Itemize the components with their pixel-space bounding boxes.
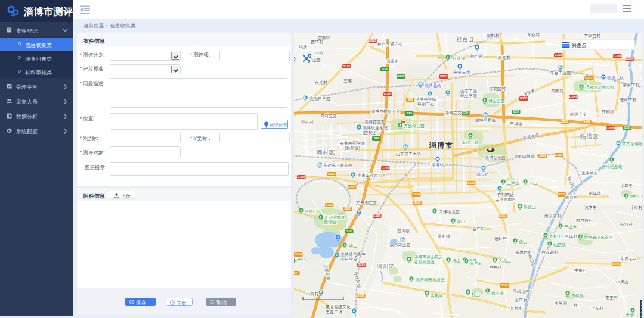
svg-text:大山: 大山 bbox=[529, 180, 537, 185]
svg-text:淄博动物园: 淄博动物园 bbox=[484, 155, 506, 160]
svg-text:马峪坑村: 马峪坑村 bbox=[513, 289, 530, 294]
svg-text:水泉洞: 水泉洞 bbox=[555, 301, 567, 305]
svg-text:G233: G233 bbox=[569, 95, 577, 99]
svg-text:S29: S29 bbox=[346, 229, 352, 233]
svg-text:黄山: 黄山 bbox=[457, 219, 465, 224]
svg-text:淄博立交: 淄博立交 bbox=[444, 111, 462, 116]
svg-text:S102: S102 bbox=[555, 153, 562, 157]
svg-text:G228: G228 bbox=[369, 39, 376, 42]
svg-text:齐鲁医药学院: 齐鲁医药学院 bbox=[340, 141, 365, 146]
svg-text:S29: S29 bbox=[382, 67, 388, 71]
svg-text:雀家庄村: 雀家庄村 bbox=[620, 98, 636, 102]
svg-text:G308: G308 bbox=[606, 126, 614, 130]
svg-text:淄博师范高等: 淄博师范高等 bbox=[340, 252, 366, 257]
svg-text:荣家庄村: 荣家庄村 bbox=[623, 83, 639, 88]
svg-text:齐盛湖公园: 齐盛湖公园 bbox=[404, 124, 425, 129]
svg-text:卧虎山: 卧虎山 bbox=[305, 209, 317, 214]
svg-text:方达电子商务园: 方达电子商务园 bbox=[323, 163, 352, 168]
svg-text:科创中心: 科创中心 bbox=[417, 102, 434, 106]
svg-text:G309: G309 bbox=[298, 175, 305, 179]
svg-text:湖田站: 湖田站 bbox=[476, 172, 489, 177]
svg-text:S2: S2 bbox=[294, 271, 297, 275]
svg-text:卧虎山: 卧虎山 bbox=[524, 205, 536, 210]
svg-text:主题广场: 主题广场 bbox=[326, 309, 342, 314]
svg-text:青州雀山风景区: 青州雀山风景区 bbox=[584, 235, 613, 240]
svg-text:土家山: 土家山 bbox=[507, 180, 519, 185]
svg-text:井峪村: 井峪村 bbox=[630, 205, 642, 210]
svg-text:香炉山: 香炉山 bbox=[549, 234, 562, 238]
svg-text:杨岭村: 杨岭村 bbox=[494, 236, 507, 241]
svg-text:小黄村: 小黄村 bbox=[306, 292, 318, 297]
svg-text:G205: G205 bbox=[373, 214, 380, 217]
svg-text:S102: S102 bbox=[499, 214, 506, 217]
svg-text:G20: G20 bbox=[513, 110, 519, 113]
svg-text:土家峪村: 土家峪村 bbox=[581, 171, 598, 176]
svg-text:革新村: 革新村 bbox=[527, 33, 540, 38]
svg-text:辛店子村: 辛店子村 bbox=[620, 257, 637, 262]
svg-text:冲山: 冲山 bbox=[296, 257, 305, 261]
svg-text:G205: G205 bbox=[384, 92, 391, 96]
svg-text:迎仙村: 迎仙村 bbox=[301, 120, 314, 125]
svg-text:临淄区: 临淄区 bbox=[580, 133, 599, 139]
svg-text:淄博站: 淄博站 bbox=[431, 163, 444, 167]
svg-text:青龙山: 青龙山 bbox=[626, 313, 638, 317]
svg-text:翟刘村: 翟刘村 bbox=[487, 33, 499, 38]
svg-text:中山头: 中山头 bbox=[564, 225, 577, 229]
svg-text:临淄北站: 临淄北站 bbox=[607, 76, 624, 80]
svg-text:文昌湖立交: 文昌湖立交 bbox=[356, 200, 377, 205]
svg-text:G238: G238 bbox=[520, 96, 527, 100]
svg-text:青风岭: 青风岭 bbox=[431, 294, 443, 298]
svg-text:齐都镇: 齐都镇 bbox=[602, 110, 614, 114]
svg-text:小黑山: 小黑山 bbox=[616, 280, 628, 284]
svg-text:G105: G105 bbox=[343, 64, 350, 68]
svg-text:坞房: 坞房 bbox=[298, 45, 307, 49]
svg-text:小营: 小营 bbox=[315, 51, 323, 56]
svg-text:运粮河湿地公园: 运粮河湿地公园 bbox=[585, 85, 614, 90]
svg-text:李家工业园: 李家工业园 bbox=[357, 173, 378, 178]
svg-text:G205: G205 bbox=[440, 74, 447, 78]
svg-text:牛角村: 牛角村 bbox=[574, 268, 587, 273]
svg-text:G20: G20 bbox=[624, 126, 630, 129]
svg-text:中埠镇: 中埠镇 bbox=[510, 121, 522, 126]
svg-text:S293: S293 bbox=[344, 207, 351, 210]
svg-text:傅山公园: 傅山公园 bbox=[488, 99, 505, 104]
svg-text:中国石油: 中国石油 bbox=[453, 70, 470, 75]
svg-text:曹峪顶: 曹峪顶 bbox=[571, 294, 584, 298]
svg-text:西井村: 西井村 bbox=[489, 265, 501, 270]
svg-text:南义营村: 南义营村 bbox=[544, 214, 561, 219]
svg-text:管仲纪念馆: 管仲纪念馆 bbox=[602, 164, 623, 169]
svg-text:S29: S29 bbox=[374, 136, 379, 140]
svg-text:焕山: 焕山 bbox=[349, 244, 357, 248]
svg-text:文昌湖旅游: 文昌湖旅游 bbox=[324, 214, 345, 220]
svg-text:临淄立交: 临淄立交 bbox=[570, 112, 587, 117]
svg-text:G238: G238 bbox=[397, 74, 404, 78]
svg-text:淄博北站: 淄博北站 bbox=[424, 83, 441, 88]
svg-text:淄博高新区: 淄博高新区 bbox=[475, 117, 496, 123]
svg-text:上庄乡: 上庄乡 bbox=[515, 298, 527, 303]
svg-text:S233: S233 bbox=[561, 120, 568, 123]
svg-text:G20: G20 bbox=[406, 111, 412, 115]
svg-text:仙西顶: 仙西顶 bbox=[553, 242, 566, 247]
svg-text:淄博西枢纽立交: 淄博西枢纽立交 bbox=[370, 109, 400, 114]
svg-text:天佳物流园: 天佳物流园 bbox=[439, 210, 460, 214]
svg-text:朱台工业园: 朱台工业园 bbox=[550, 71, 571, 76]
svg-text:工业园南区: 工业园南区 bbox=[496, 197, 516, 202]
svg-text:S102: S102 bbox=[539, 154, 546, 157]
svg-text:S102: S102 bbox=[326, 203, 333, 207]
svg-text:南亭顶: 南亭顶 bbox=[491, 291, 504, 296]
svg-text:长秋村: 长秋村 bbox=[510, 306, 523, 311]
svg-text:明祖山: 明祖山 bbox=[630, 194, 642, 198]
svg-text:红莲湖: 红莲湖 bbox=[453, 56, 465, 60]
svg-text:桓台站: 桓台站 bbox=[470, 54, 483, 59]
svg-text:山东工业: 山东工业 bbox=[460, 89, 477, 93]
svg-text:淄博科学城: 淄博科学城 bbox=[415, 97, 436, 102]
svg-text:S102: S102 bbox=[583, 120, 590, 123]
svg-text:齐文化博物馆: 齐文化博物馆 bbox=[622, 141, 642, 146]
svg-text:南西坡村: 南西坡村 bbox=[576, 218, 593, 223]
svg-text:齐翔腾达: 齐翔腾达 bbox=[497, 192, 514, 197]
svg-text:S232: S232 bbox=[357, 294, 364, 297]
svg-text:(西校区): (西校区) bbox=[363, 130, 378, 135]
svg-text:度假区: 度假区 bbox=[324, 220, 336, 225]
svg-text:鞍河村: 鞍河村 bbox=[620, 222, 633, 227]
svg-text:昆仑党建文化: 昆仑党建文化 bbox=[326, 304, 351, 310]
